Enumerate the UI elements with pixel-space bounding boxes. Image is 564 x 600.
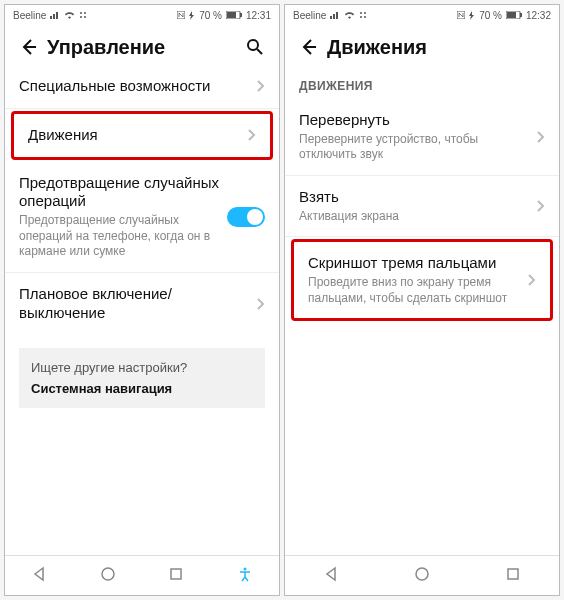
svg-point-2	[80, 16, 82, 18]
battery-percent: 70 %	[199, 10, 222, 21]
row-title: Предотвращение случайных операций	[19, 174, 221, 212]
promo-question: Ищете другие настройки?	[31, 360, 253, 375]
nav-bar	[285, 555, 559, 595]
svg-rect-10	[171, 569, 181, 579]
row-title: Плановое включение/выключение	[19, 285, 251, 323]
highlight-motions: Движения	[11, 111, 273, 160]
chevron-right-icon	[537, 131, 545, 143]
row-title: Взять	[299, 188, 531, 207]
promo-box: Ищете другие настройки? Системная навига…	[19, 348, 265, 408]
carrier-label: Beeline	[293, 10, 326, 21]
nfc-icon	[457, 11, 465, 19]
svg-point-12	[360, 12, 362, 14]
back-button[interactable]	[295, 33, 323, 61]
page-title: Управление	[43, 36, 241, 59]
battery-icon	[226, 11, 242, 19]
status-bar: Beeline 70 % 12:32	[285, 5, 559, 25]
nav-bar	[5, 555, 279, 595]
svg-point-0	[80, 12, 82, 14]
chevron-right-icon	[257, 298, 265, 310]
status-bar: Beeline 70 % 12:31	[5, 5, 279, 25]
nav-back-icon[interactable]	[323, 566, 339, 586]
search-button[interactable]	[241, 33, 269, 61]
arrow-left-icon	[299, 37, 319, 57]
nav-home-icon[interactable]	[100, 566, 116, 586]
svg-point-8	[248, 40, 258, 50]
nav-recent-icon[interactable]	[505, 566, 521, 586]
chevron-right-icon	[248, 129, 256, 141]
svg-rect-21	[508, 569, 518, 579]
svg-rect-6	[227, 12, 236, 18]
svg-rect-18	[507, 12, 516, 18]
chevron-right-icon	[257, 80, 265, 92]
svg-point-9	[102, 568, 114, 580]
nav-recent-icon[interactable]	[168, 566, 184, 586]
svg-point-14	[360, 16, 362, 18]
svg-point-3	[84, 16, 86, 18]
row-prevent-accidental[interactable]: Предотвращение случайных операций Предот…	[5, 162, 279, 273]
header: Движения	[285, 25, 559, 65]
row-desc: Переверните устройство, чтобы отключить …	[299, 132, 531, 163]
row-motions[interactable]: Движения	[14, 114, 270, 157]
row-flip[interactable]: Перевернуть Переверните устройство, чтоб…	[285, 99, 559, 176]
row-three-finger-screenshot[interactable]: Скриншот тремя пальцами Проведите вниз п…	[294, 242, 550, 318]
svg-point-11	[243, 567, 246, 570]
lightning-icon	[189, 11, 195, 20]
svg-rect-7	[240, 13, 242, 17]
page-title: Движения	[323, 36, 549, 59]
highlight-three-finger: Скриншот тремя пальцами Проведите вниз п…	[291, 239, 553, 321]
row-accessibility[interactable]: Специальные возможности	[5, 65, 279, 109]
nav-back-icon[interactable]	[31, 566, 47, 586]
nfc-icon	[177, 11, 185, 19]
svg-point-20	[416, 568, 428, 580]
content-area: Специальные возможности Движения Предотв…	[5, 65, 279, 555]
svg-rect-19	[520, 13, 522, 17]
row-desc: Проведите вниз по экрану тремя пальцами,…	[308, 275, 522, 306]
nav-accessibility-icon[interactable]	[237, 566, 253, 586]
arrow-left-icon	[19, 37, 39, 57]
clock-label: 12:32	[526, 10, 551, 21]
signal-icon	[330, 11, 340, 19]
wifi-icon	[64, 11, 75, 19]
signal-icon	[50, 11, 60, 19]
screen-management: Beeline 70 % 12:31 Управление Специальны…	[4, 4, 280, 596]
clock-label: 12:31	[246, 10, 271, 21]
section-label: ДВИЖЕНИЯ	[285, 65, 559, 99]
dots-icon	[79, 11, 87, 19]
wifi-icon	[344, 11, 355, 19]
chevron-right-icon	[528, 274, 536, 286]
svg-point-1	[84, 12, 86, 14]
search-icon	[246, 38, 264, 56]
row-desc: Активация экрана	[299, 209, 531, 225]
row-title: Специальные возможности	[19, 77, 251, 96]
battery-percent: 70 %	[479, 10, 502, 21]
svg-point-13	[364, 12, 366, 14]
row-desc: Предотвращение случайных операций на тел…	[19, 213, 221, 260]
row-scheduled-power[interactable]: Плановое включение/выключение	[5, 273, 279, 335]
row-title: Перевернуть	[299, 111, 531, 130]
back-button[interactable]	[15, 33, 43, 61]
chevron-right-icon	[537, 200, 545, 212]
nav-home-icon[interactable]	[414, 566, 430, 586]
battery-icon	[506, 11, 522, 19]
row-title: Движения	[28, 126, 242, 145]
row-title: Скриншот тремя пальцами	[308, 254, 522, 273]
lightning-icon	[469, 11, 475, 20]
toggle-switch[interactable]	[227, 207, 265, 227]
promo-link[interactable]: Системная навигация	[31, 381, 253, 396]
carrier-label: Beeline	[13, 10, 46, 21]
header: Управление	[5, 25, 279, 65]
screen-motions: Beeline 70 % 12:32 Движения ДВИЖЕНИЯ Пер…	[284, 4, 560, 596]
row-pickup[interactable]: Взять Активация экрана	[285, 176, 559, 237]
dots-icon	[359, 11, 367, 19]
content-area: ДВИЖЕНИЯ Перевернуть Переверните устройс…	[285, 65, 559, 555]
svg-point-15	[364, 16, 366, 18]
